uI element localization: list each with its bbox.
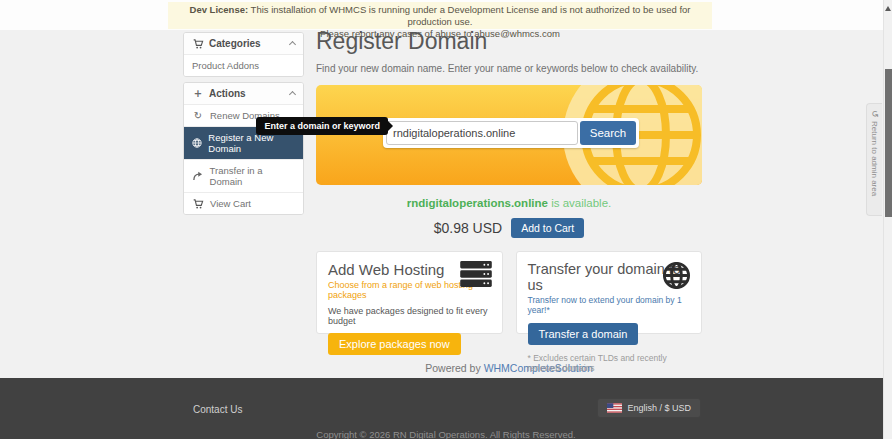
cart-icon bbox=[192, 39, 204, 49]
domain-search-box: Search bbox=[383, 118, 639, 148]
sidebar-item-label: View Cart bbox=[210, 198, 251, 209]
domain-search-hero: Search bbox=[316, 85, 702, 185]
language-currency-button[interactable]: English / $ USD bbox=[597, 398, 701, 418]
powered-by-text: Powered by bbox=[425, 362, 480, 374]
contact-us-link[interactable]: Contact Us bbox=[193, 404, 242, 415]
domain-search-input[interactable] bbox=[386, 121, 578, 145]
hosting-panel-body: We have packages designed to fit every b… bbox=[328, 306, 491, 326]
dev-license-label: Dev License: bbox=[190, 4, 249, 15]
return-to-admin-tab[interactable]: ↺ Return to admin area bbox=[866, 103, 882, 216]
globe-icon bbox=[192, 138, 202, 148]
actions-header[interactable]: + Actions bbox=[184, 83, 303, 104]
page-scrollbar[interactable] bbox=[883, 0, 892, 439]
language-label: English / $ USD bbox=[627, 403, 691, 413]
search-tooltip: Enter a domain or keyword bbox=[256, 117, 388, 135]
availability-status: is available. bbox=[548, 197, 611, 209]
availability-message: rndigitaloperations.online is available. bbox=[316, 197, 702, 209]
page-title: Register Domain bbox=[316, 28, 702, 55]
scrollbar-thumb[interactable] bbox=[885, 69, 892, 217]
transfer-panel-subtitle: Transfer now to extend your domain by 1 … bbox=[528, 295, 691, 315]
actions-panel: + Actions ↻ Renew Domains Register a New… bbox=[183, 82, 304, 215]
page-subtitle: Find your new domain name. Enter your na… bbox=[316, 63, 702, 74]
sidebar-item-transfer-domain[interactable]: Transfer in a Domain bbox=[184, 159, 303, 192]
promo-panels: Add Web Hosting Choose from a range of w… bbox=[316, 251, 702, 334]
sidebar-item-label: Register a New Domain bbox=[208, 132, 295, 154]
price-row: $0.98 USD Add to Cart bbox=[316, 218, 702, 238]
transfer-arrow-icon bbox=[192, 171, 204, 181]
sidebar-item-product-addons[interactable]: Product Addons bbox=[184, 54, 303, 76]
dev-license-line1: Dev License: This installation of WHMCS … bbox=[168, 4, 712, 28]
refresh-icon: ↻ bbox=[192, 111, 204, 121]
chevron-up-icon bbox=[289, 41, 296, 48]
chevron-up-icon bbox=[289, 91, 296, 98]
server-stack-icon bbox=[460, 261, 492, 291]
footer: Contact Us English / $ USD Copyright © 2… bbox=[0, 378, 892, 439]
dev-license-banner: Dev License: This installation of WHMCS … bbox=[168, 2, 712, 29]
categories-title: Categories bbox=[209, 38, 261, 49]
main-content: Register Domain Find your new domain nam… bbox=[316, 28, 702, 374]
cart-icon bbox=[192, 199, 204, 209]
sidebar-item-label: Transfer in a Domain bbox=[210, 165, 295, 187]
actions-title: Actions bbox=[209, 88, 246, 99]
add-to-cart-button[interactable]: Add to Cart bbox=[511, 218, 584, 238]
search-button[interactable]: Search bbox=[580, 121, 636, 145]
dev-license-text: This installation of WHMCS is running un… bbox=[248, 4, 690, 27]
sidebar-item-view-cart[interactable]: View Cart bbox=[184, 192, 303, 214]
transfer-domain-panel: Transfer your domain to us Transfer now … bbox=[516, 251, 703, 334]
scrollbar-up-arrow[interactable] bbox=[885, 3, 891, 11]
sidebar-item-label: Product Addons bbox=[192, 60, 259, 71]
available-domain-name: rndigitaloperations.online bbox=[407, 197, 548, 209]
return-arrow-icon: ↺ bbox=[870, 110, 880, 118]
categories-header[interactable]: Categories bbox=[184, 33, 303, 54]
globe-icon bbox=[662, 261, 691, 294]
plus-icon: + bbox=[192, 89, 204, 99]
return-to-admin-label: Return to admin area bbox=[870, 121, 879, 196]
web-hosting-panel: Add Web Hosting Choose from a range of w… bbox=[316, 251, 503, 334]
categories-panel: Categories Product Addons bbox=[183, 32, 304, 77]
us-flag-icon bbox=[607, 403, 622, 413]
transfer-panel-note: * Excludes certain TLDs and recently ren… bbox=[528, 353, 691, 373]
explore-packages-button[interactable]: Explore packages now bbox=[328, 333, 461, 355]
domain-price: $0.98 USD bbox=[434, 220, 502, 236]
copyright-text: Copyright © 2026 RN Digital Operations. … bbox=[0, 429, 892, 439]
transfer-domain-button[interactable]: Transfer a domain bbox=[528, 323, 639, 345]
